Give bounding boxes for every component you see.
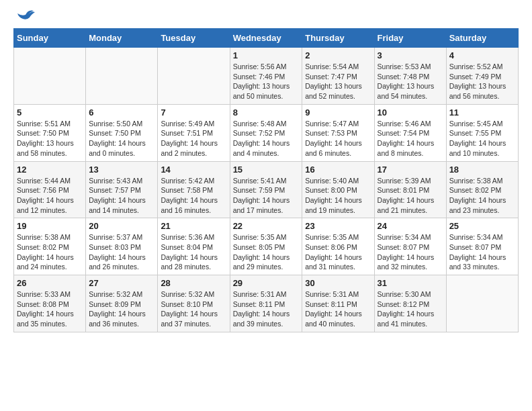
day-info: Sunrise: 5:30 AM Sunset: 8:12 PM Dayligh… <box>378 289 443 329</box>
logo-bird-icon <box>16 8 35 21</box>
day-number: 28 <box>161 278 226 288</box>
calendar-cell: 28Sunrise: 5:32 AM Sunset: 8:10 PM Dayli… <box>158 275 230 332</box>
day-number: 10 <box>378 107 443 118</box>
day-info: Sunrise: 5:31 AM Sunset: 8:11 PM Dayligh… <box>233 289 300 329</box>
day-info: Sunrise: 5:38 AM Sunset: 8:02 PM Dayligh… <box>449 176 515 216</box>
day-number: 21 <box>161 221 226 231</box>
calendar-cell: 10Sunrise: 5:46 AM Sunset: 7:54 PM Dayli… <box>374 104 446 161</box>
day-number: 25 <box>449 221 515 231</box>
day-number: 26 <box>17 278 83 288</box>
calendar-cell: 19Sunrise: 5:38 AM Sunset: 8:02 PM Dayli… <box>14 218 86 275</box>
calendar-cell: 17Sunrise: 5:39 AM Sunset: 8:01 PM Dayli… <box>374 161 446 218</box>
calendar-cell: 8Sunrise: 5:48 AM Sunset: 7:52 PM Daylig… <box>230 104 302 161</box>
day-info: Sunrise: 5:51 AM Sunset: 7:50 PM Dayligh… <box>17 119 83 158</box>
day-info: Sunrise: 5:49 AM Sunset: 7:51 PM Dayligh… <box>161 119 226 158</box>
day-info: Sunrise: 5:53 AM Sunset: 7:48 PM Dayligh… <box>378 62 443 101</box>
calendar-cell <box>86 48 158 105</box>
day-info: Sunrise: 5:39 AM Sunset: 8:01 PM Dayligh… <box>378 176 443 216</box>
calendar-cell: 22Sunrise: 5:35 AM Sunset: 8:05 PM Dayli… <box>230 218 302 275</box>
day-number: 29 <box>233 278 300 288</box>
calendar-cell: 21Sunrise: 5:36 AM Sunset: 8:04 PM Dayli… <box>158 218 230 275</box>
calendar-cell: 13Sunrise: 5:43 AM Sunset: 7:57 PM Dayli… <box>86 161 158 218</box>
day-info: Sunrise: 5:37 AM Sunset: 8:03 PM Dayligh… <box>89 232 154 272</box>
day-info: Sunrise: 5:35 AM Sunset: 8:05 PM Dayligh… <box>233 232 300 272</box>
day-header-monday: Monday <box>86 29 158 48</box>
day-info: Sunrise: 5:32 AM Sunset: 8:10 PM Dayligh… <box>161 289 226 329</box>
day-number: 23 <box>305 221 371 231</box>
day-number: 14 <box>161 165 226 175</box>
day-info: Sunrise: 5:52 AM Sunset: 7:49 PM Dayligh… <box>449 62 515 101</box>
day-number: 11 <box>449 107 515 118</box>
calendar-cell <box>14 48 86 105</box>
day-header-sunday: Sunday <box>14 29 86 48</box>
day-number: 20 <box>89 221 154 231</box>
page-header <box>13 13 519 21</box>
calendar-cell: 24Sunrise: 5:34 AM Sunset: 8:07 PM Dayli… <box>374 218 446 275</box>
day-info: Sunrise: 5:41 AM Sunset: 7:59 PM Dayligh… <box>233 176 300 216</box>
calendar-cell: 4Sunrise: 5:52 AM Sunset: 7:49 PM Daylig… <box>446 48 518 105</box>
calendar-cell: 25Sunrise: 5:34 AM Sunset: 8:07 PM Dayli… <box>446 218 518 275</box>
logo <box>13 13 35 21</box>
day-info: Sunrise: 5:46 AM Sunset: 7:54 PM Dayligh… <box>378 119 443 158</box>
calendar-cell: 31Sunrise: 5:30 AM Sunset: 8:12 PM Dayli… <box>374 275 446 332</box>
day-info: Sunrise: 5:44 AM Sunset: 7:56 PM Dayligh… <box>17 176 83 216</box>
day-number: 6 <box>89 107 154 118</box>
calendar-cell: 6Sunrise: 5:50 AM Sunset: 7:50 PM Daylig… <box>86 104 158 161</box>
day-info: Sunrise: 5:45 AM Sunset: 7:55 PM Dayligh… <box>449 119 515 158</box>
day-info: Sunrise: 5:48 AM Sunset: 7:52 PM Dayligh… <box>233 119 300 158</box>
day-number: 1 <box>233 50 300 60</box>
day-info: Sunrise: 5:50 AM Sunset: 7:50 PM Dayligh… <box>89 119 154 158</box>
calendar-cell: 3Sunrise: 5:53 AM Sunset: 7:48 PM Daylig… <box>374 48 446 105</box>
day-info: Sunrise: 5:47 AM Sunset: 7:53 PM Dayligh… <box>305 119 371 158</box>
day-number: 8 <box>233 107 300 118</box>
day-header-saturday: Saturday <box>446 29 518 48</box>
day-header-tuesday: Tuesday <box>158 29 230 48</box>
calendar-cell: 12Sunrise: 5:44 AM Sunset: 7:56 PM Dayli… <box>14 161 86 218</box>
day-number: 27 <box>89 278 154 288</box>
day-info: Sunrise: 5:54 AM Sunset: 7:47 PM Dayligh… <box>305 62 371 101</box>
day-info: Sunrise: 5:32 AM Sunset: 8:09 PM Dayligh… <box>89 289 154 329</box>
day-header-thursday: Thursday <box>302 29 374 48</box>
calendar-cell: 11Sunrise: 5:45 AM Sunset: 7:55 PM Dayli… <box>446 104 518 161</box>
calendar-table: SundayMondayTuesdayWednesdayThursdayFrid… <box>13 28 519 332</box>
day-number: 13 <box>89 165 154 175</box>
calendar-cell: 15Sunrise: 5:41 AM Sunset: 7:59 PM Dayli… <box>230 161 302 218</box>
calendar-cell <box>446 275 518 332</box>
day-number: 16 <box>305 165 371 175</box>
calendar-cell: 20Sunrise: 5:37 AM Sunset: 8:03 PM Dayli… <box>86 218 158 275</box>
day-number: 31 <box>378 278 443 288</box>
day-number: 4 <box>449 50 515 60</box>
calendar-cell: 1Sunrise: 5:56 AM Sunset: 7:46 PM Daylig… <box>230 48 302 105</box>
day-info: Sunrise: 5:42 AM Sunset: 7:58 PM Dayligh… <box>161 176 226 216</box>
calendar-cell: 18Sunrise: 5:38 AM Sunset: 8:02 PM Dayli… <box>446 161 518 218</box>
day-header-wednesday: Wednesday <box>230 29 302 48</box>
day-number: 9 <box>305 107 371 118</box>
calendar-cell: 7Sunrise: 5:49 AM Sunset: 7:51 PM Daylig… <box>158 104 230 161</box>
day-info: Sunrise: 5:38 AM Sunset: 8:02 PM Dayligh… <box>17 232 83 272</box>
day-header-friday: Friday <box>374 29 446 48</box>
calendar-cell <box>158 48 230 105</box>
day-number: 2 <box>305 50 371 60</box>
day-number: 3 <box>378 50 443 60</box>
calendar-cell: 5Sunrise: 5:51 AM Sunset: 7:50 PM Daylig… <box>14 104 86 161</box>
day-number: 15 <box>233 165 300 175</box>
day-info: Sunrise: 5:34 AM Sunset: 8:07 PM Dayligh… <box>378 232 443 272</box>
day-number: 24 <box>378 221 443 231</box>
day-number: 5 <box>17 107 83 118</box>
day-number: 22 <box>233 221 300 231</box>
calendar-cell: 30Sunrise: 5:31 AM Sunset: 8:11 PM Dayli… <box>302 275 374 332</box>
calendar-cell: 16Sunrise: 5:40 AM Sunset: 8:00 PM Dayli… <box>302 161 374 218</box>
day-number: 30 <box>305 278 371 288</box>
day-info: Sunrise: 5:34 AM Sunset: 8:07 PM Dayligh… <box>449 232 515 272</box>
day-number: 7 <box>161 107 226 118</box>
calendar-cell: 9Sunrise: 5:47 AM Sunset: 7:53 PM Daylig… <box>302 104 374 161</box>
calendar-cell: 29Sunrise: 5:31 AM Sunset: 8:11 PM Dayli… <box>230 275 302 332</box>
calendar-cell: 27Sunrise: 5:32 AM Sunset: 8:09 PM Dayli… <box>86 275 158 332</box>
day-number: 12 <box>17 165 83 175</box>
day-number: 18 <box>449 165 515 175</box>
calendar-cell: 14Sunrise: 5:42 AM Sunset: 7:58 PM Dayli… <box>158 161 230 218</box>
day-number: 19 <box>17 221 83 231</box>
day-info: Sunrise: 5:35 AM Sunset: 8:06 PM Dayligh… <box>305 232 371 272</box>
calendar-cell: 2Sunrise: 5:54 AM Sunset: 7:47 PM Daylig… <box>302 48 374 105</box>
day-info: Sunrise: 5:43 AM Sunset: 7:57 PM Dayligh… <box>89 176 154 216</box>
